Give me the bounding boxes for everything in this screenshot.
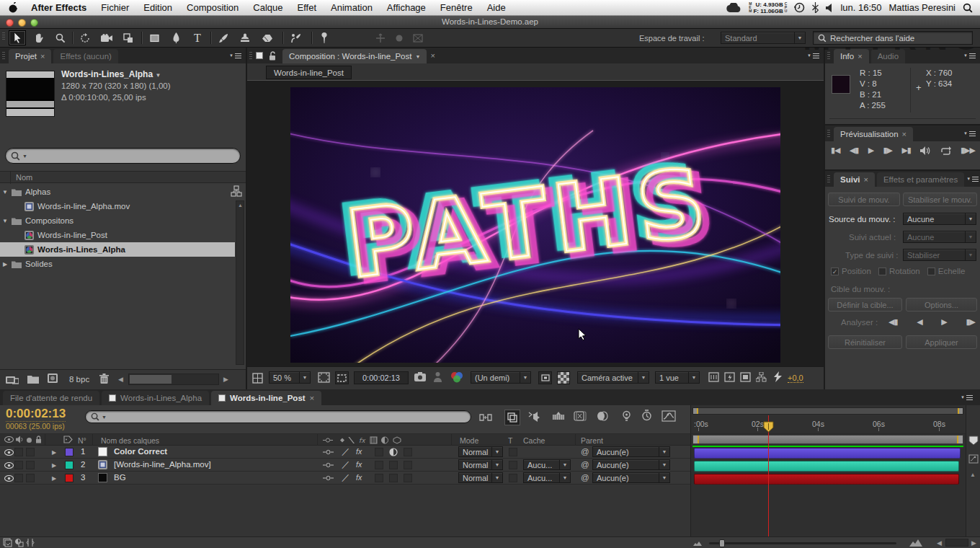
new-composition-icon[interactable] bbox=[48, 374, 60, 384]
work-area-end-handle[interactable] bbox=[957, 436, 963, 443]
zoom-tool[interactable] bbox=[52, 30, 69, 45]
motion-blur-cell[interactable] bbox=[389, 461, 398, 469]
safe-zones-icon[interactable] bbox=[318, 372, 330, 383]
scale-checkbox[interactable]: Echelle bbox=[927, 267, 966, 275]
zoom-in-mountain-icon[interactable] bbox=[909, 539, 922, 547]
scroll-right-icon[interactable]: ▶ bbox=[971, 539, 976, 547]
panel-menu-icon[interactable]: ▼ bbox=[963, 53, 976, 58]
panel-grip[interactable] bbox=[249, 52, 252, 61]
blend-mode-dropdown[interactable]: Normal▼ bbox=[458, 446, 503, 457]
brush-tool[interactable] bbox=[215, 30, 232, 45]
fx-switch[interactable]: fx bbox=[356, 447, 362, 456]
work-area-start-handle[interactable] bbox=[693, 436, 699, 443]
selection-tool[interactable] bbox=[9, 30, 26, 45]
tab-projet[interactable]: Projet× bbox=[9, 49, 51, 63]
shy-layers-icon[interactable] bbox=[527, 411, 540, 423]
eye-icon[interactable] bbox=[4, 475, 14, 482]
expand-layer-switches-icon[interactable] bbox=[3, 538, 12, 547]
region-of-interest-icon[interactable] bbox=[335, 371, 349, 384]
menu-fenetre[interactable]: Fenêtre bbox=[433, 2, 480, 13]
tab-timeline-post[interactable]: Words-in-line_Post× bbox=[211, 391, 321, 405]
expand-transfer-controls-icon[interactable] bbox=[14, 538, 24, 547]
pick-whip-icon[interactable]: @ bbox=[581, 460, 589, 469]
panel-menu-icon[interactable]: ▼ bbox=[807, 53, 819, 58]
stabilize-motion-button[interactable]: Stabiliser le mouv. bbox=[903, 193, 977, 206]
collapse-transform-icon[interactable] bbox=[323, 475, 334, 481]
label-color-swatch[interactable] bbox=[65, 461, 74, 469]
twirl-down-icon[interactable]: ▼ bbox=[0, 189, 10, 195]
audio-mute-button[interactable] bbox=[920, 146, 930, 155]
panel-grip[interactable] bbox=[827, 130, 830, 138]
panel-menu-icon[interactable]: ▼ bbox=[961, 395, 973, 400]
panel-grip[interactable] bbox=[2, 52, 5, 61]
quality-switch[interactable]: ／ bbox=[342, 472, 350, 483]
reset-button[interactable]: Réinitialiser bbox=[828, 335, 902, 349]
col-t-label[interactable]: T bbox=[508, 436, 512, 445]
label-color-swatch[interactable] bbox=[65, 474, 74, 482]
first-frame-button[interactable]: ▮◀ bbox=[831, 146, 840, 155]
timeline-search-input[interactable]: ▼ bbox=[85, 410, 471, 423]
navigator-start-handle[interactable] bbox=[693, 408, 698, 414]
comp-canvas[interactable]: PATHS PATHS PATHS PATHS bbox=[290, 87, 780, 363]
quality-switch[interactable]: ／ bbox=[342, 459, 350, 470]
twirl-right-icon[interactable]: ▶ bbox=[0, 261, 10, 268]
lock-open-icon[interactable] bbox=[269, 51, 276, 61]
layer-name[interactable]: BG bbox=[114, 473, 126, 482]
tree-row-comp-alpha-selected[interactable]: Words-in-Lines_Alpha bbox=[0, 242, 235, 257]
adjustment-layer-icon[interactable] bbox=[389, 448, 398, 456]
menu-fichier[interactable]: Fichier bbox=[94, 2, 136, 13]
project-column-header[interactable]: Nom bbox=[0, 171, 246, 183]
col-name-label[interactable]: Nom des calques bbox=[101, 436, 159, 445]
chevron-down-icon[interactable]: ▼ bbox=[415, 54, 420, 59]
view-layout-dropdown[interactable]: 1 vue▼ bbox=[655, 371, 700, 384]
parent-dropdown[interactable]: Aucun(e)▼ bbox=[592, 472, 670, 483]
hand-tool[interactable] bbox=[30, 30, 48, 45]
project-horizontal-scrollbar[interactable] bbox=[128, 374, 219, 385]
clone-stamp-tool[interactable] bbox=[236, 30, 254, 45]
collapse-transform-icon[interactable] bbox=[323, 449, 334, 455]
analyze-forward-button[interactable]: ▶ bbox=[941, 317, 946, 327]
menubar-user[interactable]: Mattias Peresini bbox=[889, 2, 956, 13]
layer-bar-2[interactable] bbox=[694, 461, 959, 472]
time-ruler-area[interactable]: :00s 02s 04s 06s 08s bbox=[690, 405, 966, 434]
analyze-forward-frame-button[interactable]: ▮▶ bbox=[966, 317, 975, 327]
col-mode-label[interactable]: Mode bbox=[460, 436, 478, 445]
col-matte-label[interactable]: Cache bbox=[523, 436, 545, 445]
mini-flowchart-icon[interactable] bbox=[756, 372, 767, 382]
track-area[interactable] bbox=[690, 434, 966, 536]
motion-source-dropdown[interactable]: Aucune▼ bbox=[903, 213, 976, 225]
tree-row-comp-post[interactable]: Words-in-line_Post bbox=[0, 228, 235, 242]
tree-row-footage-alpha-mov[interactable]: Words-in-line_Alpha.mov bbox=[0, 199, 235, 213]
track-matte-dropdown[interactable]: Aucu...▼ bbox=[523, 472, 571, 483]
col-number-label[interactable]: N° bbox=[78, 436, 86, 445]
comp-mini-flowchart-icon[interactable] bbox=[478, 412, 493, 423]
time-navigator-bar[interactable] bbox=[692, 407, 963, 415]
scroll-left-icon[interactable]: ◀ bbox=[118, 376, 123, 383]
blend-mode-dropdown[interactable]: Normal▼ bbox=[458, 472, 503, 483]
show-snapshot-icon[interactable] bbox=[433, 371, 442, 382]
scroll-up-icon[interactable]: ▲ bbox=[238, 203, 243, 208]
timeline-zoom-slider[interactable] bbox=[709, 542, 896, 544]
zoom-slider-knob[interactable] bbox=[719, 539, 725, 547]
frame-blend-cell[interactable] bbox=[375, 461, 383, 469]
preserve-transparency-cell[interactable] bbox=[509, 461, 517, 469]
exposure-icon[interactable] bbox=[724, 372, 735, 382]
fx-switch[interactable]: fx bbox=[356, 473, 362, 482]
timeline-brackets-icon[interactable] bbox=[708, 372, 719, 382]
rotation-tool[interactable] bbox=[76, 30, 94, 45]
current-timecode[interactable]: 0:00:02:13 bbox=[6, 407, 66, 422]
bluetooth-icon[interactable] bbox=[812, 2, 819, 13]
time-machine-icon[interactable] bbox=[794, 2, 805, 13]
audio-cell[interactable] bbox=[14, 474, 23, 482]
exposure-value[interactable]: +0,0 bbox=[788, 374, 803, 383]
options-button[interactable]: Options... bbox=[906, 298, 977, 311]
volume-icon[interactable] bbox=[826, 4, 833, 12]
playhead-marker[interactable] bbox=[763, 421, 774, 433]
close-icon[interactable]: × bbox=[858, 52, 862, 61]
pick-whip-icon[interactable]: @ bbox=[581, 447, 589, 456]
resolution-dropdown[interactable]: (Un demi)▼ bbox=[471, 371, 531, 384]
tab-effets[interactable]: Effets (aucun) bbox=[53, 49, 117, 63]
solo-cell[interactable] bbox=[26, 448, 35, 456]
work-area-bar[interactable] bbox=[692, 435, 963, 444]
rotation-checkbox[interactable]: Rotation bbox=[878, 267, 920, 275]
